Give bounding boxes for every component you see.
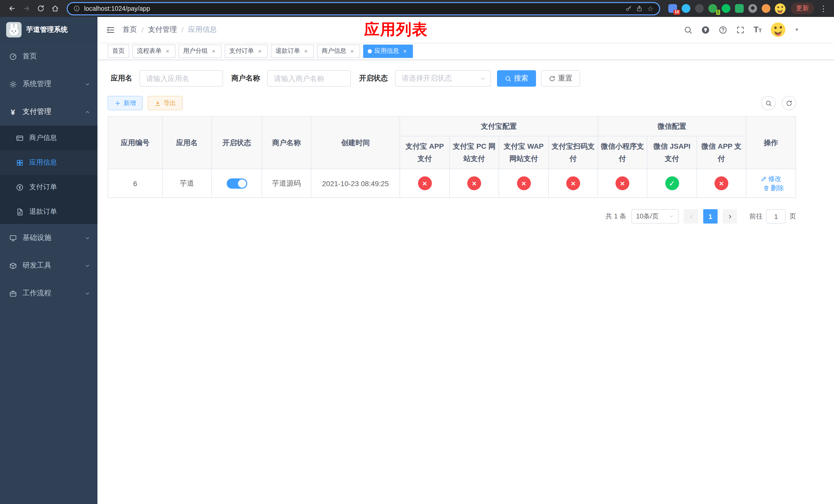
- app-name-input[interactable]: [139, 70, 223, 87]
- wechat-mini-status-icon: ×: [615, 176, 629, 190]
- close-icon[interactable]: ×: [210, 48, 217, 54]
- share-icon[interactable]: [636, 5, 643, 12]
- cell-create-time: 2021-10-23 08:49:25: [311, 169, 400, 198]
- sidebar-item-refund-order[interactable]: 退款订单: [0, 200, 97, 224]
- browser-profile-avatar[interactable]: [774, 3, 786, 14]
- col-alipay-wap: 支付宝 WAP 网站支付: [499, 136, 549, 169]
- forward-button[interactable]: [20, 2, 33, 15]
- sidebar-item-pay[interactable]: ¥ 支付管理: [0, 98, 97, 125]
- extension-icon[interactable]: [682, 4, 690, 13]
- close-icon[interactable]: ×: [164, 48, 171, 54]
- add-button[interactable]: 新增: [108, 96, 142, 110]
- tab-merchant-info[interactable]: 商户信息×: [317, 44, 360, 58]
- user-avatar[interactable]: [770, 22, 786, 38]
- wechat-app-status-icon: ×: [715, 176, 728, 190]
- close-icon[interactable]: ×: [257, 48, 263, 54]
- cell-app-name: 芋道: [162, 169, 212, 198]
- site-info-icon[interactable]: [73, 5, 80, 12]
- chevron-down-icon: [85, 81, 90, 87]
- filter-form: 应用名 商户名称 开启状态 请选择开启状态 搜索 重置: [108, 70, 824, 87]
- search-icon[interactable]: [684, 25, 693, 34]
- home-button[interactable]: [48, 2, 62, 15]
- tab-home[interactable]: 首页: [108, 44, 129, 58]
- address-bar[interactable]: localhost:1024/pay/app ☆: [67, 2, 660, 15]
- status-select-placeholder: 请选择开启状态: [402, 74, 452, 83]
- wechat-jsapi-status-icon: ✓: [665, 176, 679, 190]
- back-button[interactable]: [5, 2, 19, 15]
- edit-button[interactable]: 修改: [761, 174, 782, 183]
- extension-badge: 10: [674, 10, 680, 15]
- toggle-search-button[interactable]: [761, 96, 775, 110]
- export-button[interactable]: 导出: [148, 96, 182, 110]
- sidebar-item-home[interactable]: 首页: [0, 43, 97, 70]
- search-button[interactable]: 搜索: [497, 70, 536, 87]
- tab-label: 首页: [112, 47, 125, 55]
- sidebar-item-workflow[interactable]: 工作流程: [0, 279, 97, 307]
- extensions-puzzle-icon[interactable]: [748, 4, 757, 13]
- status-select[interactable]: 请选择开启状态: [395, 70, 491, 87]
- refresh-table-button[interactable]: [782, 96, 796, 110]
- reset-button[interactable]: 重置: [541, 70, 580, 87]
- status-switch[interactable]: [226, 178, 247, 188]
- reload-button[interactable]: [34, 2, 47, 15]
- github-icon[interactable]: [701, 25, 710, 34]
- goto-page-input[interactable]: [766, 209, 786, 224]
- help-icon[interactable]: [719, 25, 727, 34]
- sidebar: 芋道管理系统 首页 系统管理 ¥ 支付管理: [0, 17, 97, 504]
- top-navbar: 首页 / 支付管理 / 应用信息 应用列表 TT ▼: [97, 17, 834, 43]
- app-table: 应用编号 应用名 开启状态 商户名称 创建时间 支付宝配置 微信配置 操作 支付…: [108, 116, 796, 198]
- breadcrumb-home[interactable]: 首页: [123, 25, 137, 35]
- extension-icon[interactable]: 1: [708, 4, 717, 13]
- sidebar-item-pay-order[interactable]: 支付订单: [0, 175, 97, 200]
- chevron-up-icon: [85, 109, 90, 115]
- sidebar-item-merchant-info[interactable]: 商户信息: [0, 125, 97, 150]
- tabs-bar: 首页 流程表单× 用户分组× 支付订单× 退款订单× 商户信息× 应用信息×: [97, 43, 834, 60]
- close-icon[interactable]: ×: [402, 48, 408, 54]
- tab-refund-order[interactable]: 退款订单×: [271, 44, 314, 58]
- close-icon[interactable]: ×: [349, 48, 355, 54]
- chevron-down-icon: [480, 76, 486, 81]
- extension-icon[interactable]: 10: [668, 4, 677, 13]
- sidebar-item-label: 首页: [23, 52, 37, 61]
- tab-label: 商户信息: [322, 47, 346, 55]
- page-size-select[interactable]: 10条/页: [631, 209, 679, 224]
- browser-update-button[interactable]: 更新: [791, 3, 814, 14]
- chevron-down-icon: [85, 235, 90, 241]
- tab-flow-form[interactable]: 流程表单×: [132, 44, 175, 58]
- sidebar-item-dev-tools[interactable]: 研发工具: [0, 252, 97, 279]
- page-number-current[interactable]: 1: [703, 209, 718, 224]
- delete-button[interactable]: 删除: [763, 183, 784, 192]
- bookmark-star-icon[interactable]: ☆: [647, 5, 654, 12]
- extension-icon[interactable]: [735, 4, 744, 13]
- tab-app-info[interactable]: 应用信息×: [363, 44, 413, 58]
- close-icon[interactable]: ×: [303, 48, 309, 54]
- extension-icon[interactable]: [762, 4, 770, 13]
- font-size-icon[interactable]: TT: [753, 26, 762, 34]
- merchant-name-input[interactable]: [267, 70, 351, 87]
- monitor-icon: [9, 234, 17, 242]
- fullscreen-icon[interactable]: [736, 25, 745, 34]
- next-page-button[interactable]: [723, 209, 737, 224]
- key-icon[interactable]: [626, 5, 632, 12]
- sidebar-item-app-info[interactable]: 应用信息: [0, 150, 97, 175]
- breadcrumb-separator: /: [181, 26, 184, 34]
- breadcrumb-pay[interactable]: 支付管理: [148, 25, 177, 35]
- browser-menu-icon[interactable]: ⋮: [818, 4, 829, 13]
- sidebar-toggle-icon[interactable]: [106, 25, 115, 35]
- tab-pay-order[interactable]: 支付订单×: [225, 44, 268, 58]
- yen-icon: ¥: [9, 108, 17, 116]
- tab-user-group[interactable]: 用户分组×: [178, 44, 222, 58]
- page-content: 应用名 商户名称 开启状态 请选择开启状态 搜索 重置: [97, 60, 834, 504]
- extensions-area: 10 1: [665, 4, 773, 13]
- extension-icon[interactable]: [695, 4, 704, 13]
- gear-icon: [9, 80, 17, 88]
- app-logo: 芋道管理系统: [0, 17, 97, 43]
- prev-page-button[interactable]: [684, 209, 698, 224]
- sidebar-item-label: 工作流程: [23, 289, 51, 298]
- chevron-down-icon[interactable]: ▼: [794, 27, 799, 32]
- sidebar-item-system[interactable]: 系统管理: [0, 70, 97, 98]
- extension-icon[interactable]: [722, 4, 730, 13]
- screen: localhost:1024/pay/app ☆ 10 1 更新 ⋮ 芋道管理系…: [0, 0, 834, 504]
- box-icon: [9, 261, 17, 270]
- sidebar-item-infra[interactable]: 基础设施: [0, 224, 97, 252]
